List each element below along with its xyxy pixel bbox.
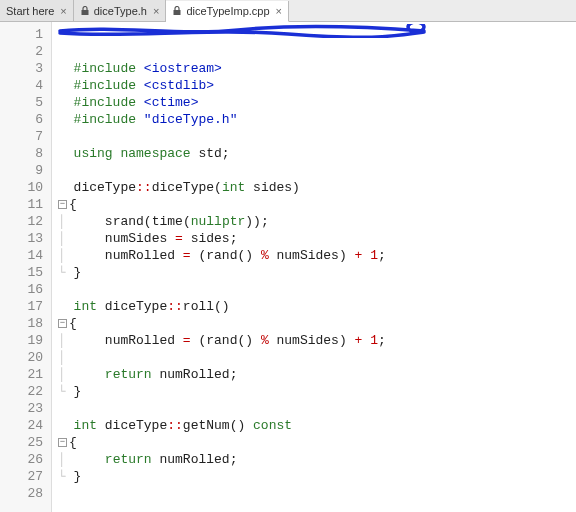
line-number: 10: [0, 179, 43, 196]
line-number: 7: [0, 128, 43, 145]
line-number: 13: [0, 230, 43, 247]
code-text: int diceType::getNum() const: [74, 417, 292, 434]
line-number: 18: [0, 315, 43, 332]
lock-icon: [172, 6, 182, 16]
fold-guide: │: [58, 213, 74, 230]
fold-icon[interactable]: −: [58, 438, 67, 447]
line-number: 9: [0, 162, 43, 179]
code-line: └ }: [58, 264, 576, 281]
code-text: #include <ctime>: [74, 94, 199, 111]
close-icon[interactable]: ×: [153, 5, 159, 17]
close-icon[interactable]: ×: [276, 5, 282, 17]
code-line: int diceType::roll(): [58, 298, 576, 315]
fold-guide-end: └: [58, 383, 74, 400]
tab-label: diceTypeImp.cpp: [186, 5, 269, 17]
code-line: −{: [58, 434, 576, 451]
code-text: diceType::diceType(int sides): [74, 179, 300, 196]
code-line: −{: [58, 196, 576, 213]
code-line: │ numSides = sides;: [58, 230, 576, 247]
code-text: numRolled = (rand() % numSides) + 1;: [74, 247, 386, 264]
line-gutter: 1234567891011121314151617181920212223242…: [0, 22, 52, 512]
tab-dicetype-h[interactable]: diceType.h×: [74, 0, 167, 21]
editor: 1234567891011121314151617181920212223242…: [0, 22, 576, 512]
code-area[interactable]: #include <iostream> #include <cstdlib> #…: [52, 22, 576, 512]
code-line: │ return numRolled;: [58, 366, 576, 383]
code-text: {: [69, 315, 77, 332]
code-text: #include <cstdlib>: [74, 77, 214, 94]
code-text: int diceType::roll(): [74, 298, 230, 315]
tab-start-here[interactable]: Start here×: [0, 0, 74, 21]
fold-guide: │: [58, 230, 74, 247]
fold-guide: │: [58, 247, 74, 264]
fold-icon[interactable]: −: [58, 200, 67, 209]
code-line: #include "diceType.h": [58, 111, 576, 128]
svg-rect-0: [81, 10, 88, 15]
code-line: #include <ctime>: [58, 94, 576, 111]
fold-guide: │: [58, 332, 74, 349]
code-text: #include <iostream>: [74, 60, 222, 77]
line-number: 26: [0, 451, 43, 468]
line-number: 5: [0, 94, 43, 111]
line-number: 23: [0, 400, 43, 417]
code-line: #include <iostream>: [58, 60, 576, 77]
code-line: │ return numRolled;: [58, 451, 576, 468]
line-number: 14: [0, 247, 43, 264]
code-line: [58, 128, 576, 145]
line-number: 3: [0, 60, 43, 77]
fold-guide-end: └: [58, 264, 74, 281]
fold-guide: │: [58, 451, 74, 468]
code-line: −{: [58, 315, 576, 332]
code-line: [58, 281, 576, 298]
tab-dicetypeimp-cpp[interactable]: diceTypeImp.cpp×: [166, 1, 289, 22]
redaction-mark: [58, 24, 428, 38]
lock-icon: [80, 6, 90, 16]
code-text: srand(time(nullptr));: [74, 213, 269, 230]
code-line: [58, 400, 576, 417]
fold-guide: │: [58, 366, 74, 383]
code-line: using namespace std;: [58, 145, 576, 162]
code-line: [58, 485, 576, 502]
line-number: 24: [0, 417, 43, 434]
code-text: {: [69, 196, 77, 213]
code-text: #include "diceType.h": [74, 111, 238, 128]
code-line: int diceType::getNum() const: [58, 417, 576, 434]
code-line: │ numRolled = (rand() % numSides) + 1;: [58, 332, 576, 349]
tab-bar: Start here×diceType.h×diceTypeImp.cpp×: [0, 0, 576, 22]
fold-guide: │: [58, 349, 74, 366]
line-number: 16: [0, 281, 43, 298]
code-text: using namespace std;: [74, 145, 230, 162]
line-number: 20: [0, 349, 43, 366]
code-text: }: [74, 468, 82, 485]
line-number: 8: [0, 145, 43, 162]
code-text: return numRolled;: [74, 451, 238, 468]
code-line: │: [58, 349, 576, 366]
line-number: 11: [0, 196, 43, 213]
fold-icon[interactable]: −: [58, 319, 67, 328]
svg-rect-1: [174, 10, 181, 15]
code-text: }: [74, 264, 82, 281]
line-number: 19: [0, 332, 43, 349]
code-line: #include <cstdlib>: [58, 77, 576, 94]
code-line: └ }: [58, 468, 576, 485]
code-text: numSides = sides;: [74, 230, 238, 247]
line-number: 4: [0, 77, 43, 94]
code-line: diceType::diceType(int sides): [58, 179, 576, 196]
fold-guide-end: └: [58, 468, 74, 485]
tab-label: diceType.h: [94, 5, 147, 17]
line-number: 27: [0, 468, 43, 485]
line-number: 22: [0, 383, 43, 400]
line-number: 21: [0, 366, 43, 383]
tab-label: Start here: [6, 5, 54, 17]
code-text: }: [74, 383, 82, 400]
line-number: 15: [0, 264, 43, 281]
line-number: 1: [0, 26, 43, 43]
close-icon[interactable]: ×: [60, 5, 66, 17]
line-number: 12: [0, 213, 43, 230]
code-text: numRolled = (rand() % numSides) + 1;: [74, 332, 386, 349]
code-line: └ }: [58, 383, 576, 400]
line-number: 17: [0, 298, 43, 315]
code-text: {: [69, 434, 77, 451]
code-text: return numRolled;: [74, 366, 238, 383]
line-number: 6: [0, 111, 43, 128]
line-number: 25: [0, 434, 43, 451]
